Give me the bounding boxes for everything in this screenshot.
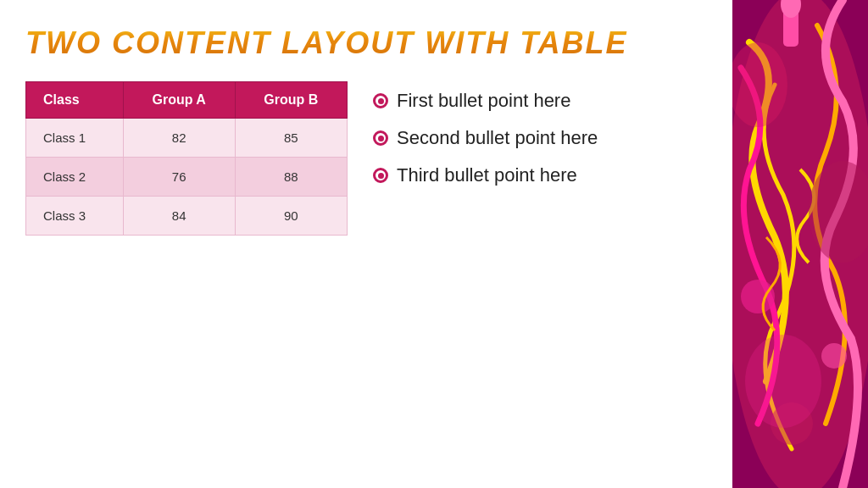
row-value: 84: [123, 197, 235, 236]
bullet-text: Third bullet point here: [397, 164, 577, 186]
row-class-label: Class 3: [26, 197, 124, 236]
row-value: 85: [235, 119, 347, 158]
table-section: Class Group A Group B Class 18285Class 2…: [25, 81, 348, 471]
col-header-class: Class: [26, 82, 124, 119]
bullet-item: Third bullet point here: [373, 164, 707, 186]
bullet-text: First bullet point here: [397, 90, 570, 112]
bullet-item: First bullet point here: [373, 90, 707, 112]
row-class-label: Class 1: [26, 119, 124, 158]
bullet-dot-icon: [373, 168, 388, 183]
row-value: 88: [235, 158, 347, 197]
bullet-dot-icon: [373, 130, 388, 146]
svg-point-3: [821, 343, 847, 369]
bullet-section: First bullet point hereSecond bullet poi…: [373, 81, 707, 471]
main-content: Two Content Layout with Table Class Grou…: [0, 0, 732, 488]
col-header-group-a: Group A: [123, 82, 235, 119]
page-title: Two Content Layout with Table: [25, 25, 707, 61]
row-class-label: Class 2: [26, 158, 124, 197]
bullet-dot-icon: [373, 93, 388, 108]
data-table: Class Group A Group B Class 18285Class 2…: [25, 81, 348, 236]
row-value: 90: [235, 197, 347, 236]
row-value: 76: [123, 158, 235, 197]
table-row: Class 27688: [26, 158, 348, 197]
svg-point-2: [741, 280, 775, 313]
bullet-text: Second bullet point here: [397, 127, 598, 149]
table-row: Class 38490: [26, 197, 348, 236]
col-header-group-b: Group B: [235, 82, 347, 119]
content-area: Class Group A Group B Class 18285Class 2…: [25, 81, 707, 471]
bullet-item: Second bullet point here: [373, 127, 707, 149]
photo-panel: [732, 0, 868, 488]
table-row: Class 18285: [26, 119, 348, 158]
svg-point-10: [745, 335, 821, 428]
row-value: 82: [123, 119, 235, 158]
table-header-row: Class Group A Group B: [26, 82, 348, 119]
